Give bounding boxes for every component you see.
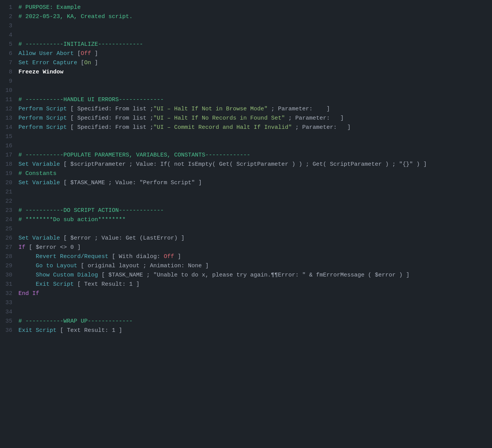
- code-line-32: End If: [18, 289, 484, 298]
- code-line-2: # 2022-05-23, KA, Created script.: [18, 12, 484, 22]
- code-line-27: If [ $error <> 0 ]: [18, 243, 484, 252]
- code-line-20: Set Variable [ $TASK_NAME ; Value: "Perf…: [18, 178, 484, 188]
- code-line-28: Revert Record/Request [ With dialog: Off…: [18, 252, 484, 261]
- line-number-34: 34: [0, 308, 12, 317]
- line-number-19: 19: [0, 169, 12, 178]
- code-line-11: # -----------HANDLE UI ERRORS-----------…: [18, 95, 484, 105]
- line-number-2: 2: [0, 12, 12, 22]
- line-number-31: 31: [0, 280, 12, 289]
- code-line-4: [18, 31, 484, 40]
- line-number-7: 7: [0, 58, 12, 68]
- line-number-35: 35: [0, 317, 12, 326]
- code-line-10: [18, 86, 484, 95]
- line-number-24: 24: [0, 215, 12, 225]
- line-number-18: 18: [0, 160, 12, 169]
- code-line-30: Show Custom Dialog [ $TASK_NAME ; "Unabl…: [18, 271, 484, 280]
- line-number-12: 12: [0, 105, 12, 114]
- code-line-26: Set Variable [ $error ; Value: Get (Last…: [18, 234, 484, 243]
- code-line-34: [18, 308, 484, 317]
- code-line-21: [18, 188, 484, 197]
- line-number-21: 21: [0, 188, 12, 197]
- line-number-22: 22: [0, 197, 12, 206]
- line-number-11: 11: [0, 95, 12, 105]
- code-line-18: Set Variable [ $scriptParameter ; Value:…: [18, 160, 484, 169]
- code-content: # PURPOSE: Example# 2022-05-23, KA, Crea…: [18, 3, 492, 335]
- line-number-36: 36: [0, 326, 12, 335]
- line-number-1: 1: [0, 3, 12, 12]
- code-line-36: Exit Script [ Text Result: 1 ]: [18, 326, 484, 335]
- code-line-23: # -----------DO SCRIPT ACTION-----------…: [18, 206, 484, 215]
- line-number-6: 6: [0, 49, 12, 58]
- line-number-28: 28: [0, 252, 12, 261]
- code-line-9: [18, 77, 484, 86]
- line-number-3: 3: [0, 22, 12, 31]
- line-number-29: 29: [0, 261, 12, 271]
- line-number-10: 10: [0, 86, 12, 95]
- code-line-25: [18, 225, 484, 234]
- line-number-25: 25: [0, 225, 12, 234]
- code-line-22: [18, 197, 484, 206]
- code-line-31: Exit Script [ Text Result: 1 ]: [18, 280, 484, 289]
- code-line-19: # Constants: [18, 169, 484, 178]
- line-number-column: 1234567891011121314151617181920212223242…: [0, 3, 18, 335]
- code-line-14: Perform Script [ Specified: From list ;"…: [18, 123, 484, 132]
- code-line-24: # ********Do sub action********: [18, 215, 484, 225]
- code-line-3: [18, 22, 484, 31]
- code-line-17: # -----------POPULATE PARAMETERS, VARIAB…: [18, 151, 484, 160]
- line-number-8: 8: [0, 68, 12, 77]
- code-line-5: # -----------INITIALIZE-------------: [18, 40, 484, 49]
- code-line-13: Perform Script [ Specified: From list ;"…: [18, 114, 484, 123]
- line-number-30: 30: [0, 271, 12, 280]
- code-line-8: Freeze Window: [18, 68, 484, 77]
- code-line-29: Go to Layout [ original layout ; Animati…: [18, 261, 484, 271]
- line-number-9: 9: [0, 77, 12, 86]
- code-line-15: [18, 132, 484, 142]
- code-line-7: Set Error Capture [On ]: [18, 58, 484, 68]
- line-number-13: 13: [0, 114, 12, 123]
- line-number-26: 26: [0, 234, 12, 243]
- line-number-20: 20: [0, 178, 12, 188]
- line-number-4: 4: [0, 31, 12, 40]
- code-line-16: [18, 142, 484, 151]
- line-number-17: 17: [0, 151, 12, 160]
- code-line-1: # PURPOSE: Example: [18, 3, 484, 12]
- line-number-15: 15: [0, 132, 12, 142]
- line-number-27: 27: [0, 243, 12, 252]
- code-editor: 1234567891011121314151617181920212223242…: [0, 0, 492, 338]
- line-number-32: 32: [0, 289, 12, 298]
- code-line-33: [18, 298, 484, 308]
- line-number-16: 16: [0, 142, 12, 151]
- line-number-33: 33: [0, 298, 12, 308]
- code-line-12: Perform Script [ Specified: From list ;"…: [18, 105, 484, 114]
- code-line-6: Allow User Abort [Off ]: [18, 49, 484, 58]
- code-line-35: # -----------WRAP UP-------------: [18, 317, 484, 326]
- line-number-23: 23: [0, 206, 12, 215]
- line-number-14: 14: [0, 123, 12, 132]
- line-number-5: 5: [0, 40, 12, 49]
